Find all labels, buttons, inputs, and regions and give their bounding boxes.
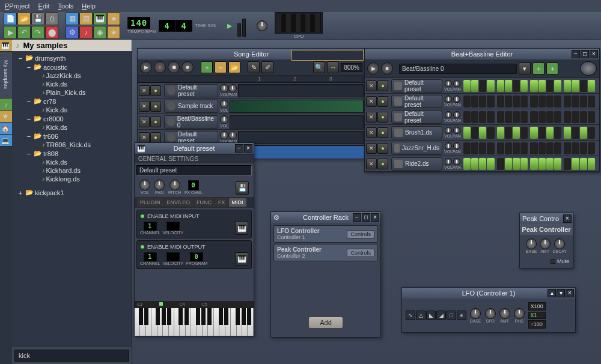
tree-folder-tr808[interactable]: −📂tr808: [13, 149, 130, 158]
bb-step-cell[interactable]: [546, 158, 554, 170]
bb-pan-knob[interactable]: [453, 80, 460, 87]
preset-tab-plugin[interactable]: PLUGIN: [137, 198, 163, 207]
timesig-n[interactable]: 4: [159, 20, 175, 32]
bb-step-cell[interactable]: [572, 80, 579, 92]
bb-step-cell[interactable]: [520, 158, 528, 170]
tree-file-JazzKick.ds[interactable]: ♪JazzKick.ds: [13, 71, 130, 80]
move-up-icon[interactable]: ▴: [548, 289, 556, 297]
tree-file-Kick.ds[interactable]: ♪Kick.ds: [13, 106, 130, 114]
close-icon[interactable]: ×: [590, 50, 598, 58]
bb-step-cell[interactable]: [588, 111, 595, 123]
side-tab-home[interactable]: 🏠: [0, 123, 12, 135]
midi-in-velocity[interactable]: [166, 222, 180, 231]
track-mute[interactable]: ✕: [366, 127, 377, 138]
close-icon[interactable]: ×: [371, 213, 379, 222]
master-vol-slider[interactable]: [237, 23, 241, 37]
bb-step-cell[interactable]: [588, 80, 595, 92]
bb-step-cell[interactable]: [487, 111, 494, 123]
midi-out-program[interactable]: 0: [190, 252, 203, 261]
bb-step-cell[interactable]: [580, 80, 587, 92]
preset-tab-func[interactable]: FUNC: [194, 198, 215, 207]
bb-step-cell[interactable]: [538, 96, 546, 108]
preset-vol-knob[interactable]: [139, 180, 150, 190]
close-icon[interactable]: ×: [244, 144, 252, 153]
add-track-button[interactable]: ＋: [201, 61, 213, 73]
tree-folder-tr606[interactable]: −📂tr606: [13, 132, 130, 141]
tree-folder-drumsynth[interactable]: −📂drumsynth: [13, 53, 130, 62]
track-mute[interactable]: ✕: [366, 80, 377, 91]
piano-keyboard[interactable]: [135, 307, 254, 336]
bb-vol-knob[interactable]: [445, 80, 452, 87]
bb-step-cell[interactable]: [513, 158, 520, 170]
lfo-phs-knob[interactable]: [514, 308, 525, 319]
bb-add-track[interactable]: ＋: [532, 62, 545, 74]
track-solo[interactable]: ●: [377, 127, 388, 138]
bb-step-cell[interactable]: [505, 96, 512, 108]
bb-step-cell[interactable]: [554, 96, 561, 108]
preset-tab-fx[interactable]: FX: [215, 198, 228, 207]
bb-step-cell[interactable]: [554, 111, 561, 123]
tree-file-TR606_Kick.ds[interactable]: ♪TR606_Kick.ds: [13, 141, 130, 149]
bb-step-cell[interactable]: [546, 96, 554, 108]
save-preset-button[interactable]: 💾: [236, 181, 249, 195]
bb-step-cell[interactable]: [546, 142, 554, 154]
add-sample-button[interactable]: 📂: [228, 61, 240, 73]
track-solo[interactable]: ●: [377, 143, 388, 154]
bb-step-cell[interactable]: [520, 80, 528, 92]
track-solo[interactable]: ●: [377, 80, 388, 91]
track-mute[interactable]: ✕: [366, 112, 377, 123]
bb-step-cell[interactable]: [546, 127, 554, 139]
track-solo[interactable]: ●: [150, 117, 161, 127]
track-mute[interactable]: ✕: [366, 96, 377, 107]
bb-step-cell[interactable]: [513, 111, 520, 123]
bb-step-cell[interactable]: [520, 111, 528, 123]
bb-step-cell[interactable]: [580, 96, 587, 108]
lfo-wave-rsaw[interactable]: ◢: [436, 311, 446, 320]
bb-step-cell[interactable]: [564, 80, 571, 92]
bb-step-cell[interactable]: [572, 158, 579, 170]
peak-title[interactable]: Peak Contro ×: [520, 213, 573, 224]
track-solo[interactable]: ●: [377, 112, 388, 123]
bb-step-cell[interactable]: [479, 80, 486, 92]
midi-in-led[interactable]: [140, 214, 145, 219]
track-name-slot[interactable]: Sample track: [164, 100, 218, 113]
bb-step-cell[interactable]: [554, 127, 561, 139]
tb-new[interactable]: 📄: [4, 12, 17, 25]
bb-step-cell[interactable]: [487, 96, 494, 108]
bb-add-auto[interactable]: ＋: [546, 62, 558, 74]
tb-piano[interactable]: 🎹: [93, 12, 106, 25]
bb-step-cell[interactable]: [588, 158, 595, 170]
lfo-wave-tri[interactable]: △: [416, 311, 426, 320]
bb-vol-knob[interactable]: [445, 96, 452, 103]
add-bb-button[interactable]: ＋: [215, 61, 227, 73]
track-vol-knob[interactable]: [220, 100, 228, 108]
bb-step-cell[interactable]: [538, 127, 546, 139]
bb-step-cell[interactable]: [513, 80, 520, 92]
tb-song[interactable]: ▦: [66, 12, 79, 25]
bb-step-cell[interactable]: [497, 111, 504, 123]
bb-step-cell[interactable]: [588, 142, 595, 154]
track-name-slot[interactable]: Beat/Bassline 0: [164, 115, 218, 129]
bb-step-cell[interactable]: [513, 127, 520, 139]
bb-step-cell[interactable]: [471, 142, 478, 154]
bb-step-cell[interactable]: [564, 158, 571, 170]
bb-step-cell[interactable]: [530, 96, 537, 108]
track-solo[interactable]: ●: [150, 101, 161, 112]
zoom-display[interactable]: 800%: [341, 63, 362, 72]
tree-file-Kick.ds[interactable]: ♪Kick.ds: [13, 123, 130, 132]
track-pattern-area[interactable]: [238, 131, 364, 144]
preset-name-input[interactable]: [136, 165, 252, 175]
controller-controls-button[interactable]: Controls: [347, 249, 374, 257]
bb-step-cell[interactable]: [572, 111, 579, 123]
midi-in-channel[interactable]: 1: [144, 222, 157, 231]
fx-channel-display[interactable]: 0: [188, 180, 199, 190]
bb-step-cell[interactable]: [471, 80, 478, 92]
side-tab-instruments[interactable]: 🎹: [0, 40, 12, 52]
bb-step-cell[interactable]: [505, 158, 512, 170]
tb-saveas[interactable]: ⎙: [45, 12, 58, 25]
bb-step-cell[interactable]: [546, 111, 554, 123]
bb-step-cell[interactable]: [513, 96, 520, 108]
bb-vol-knob[interactable]: [445, 111, 452, 118]
tree-file-Kicklong.ds[interactable]: ♪Kicklong.ds: [13, 175, 130, 183]
side-tab-computer[interactable]: 💻: [0, 135, 12, 147]
